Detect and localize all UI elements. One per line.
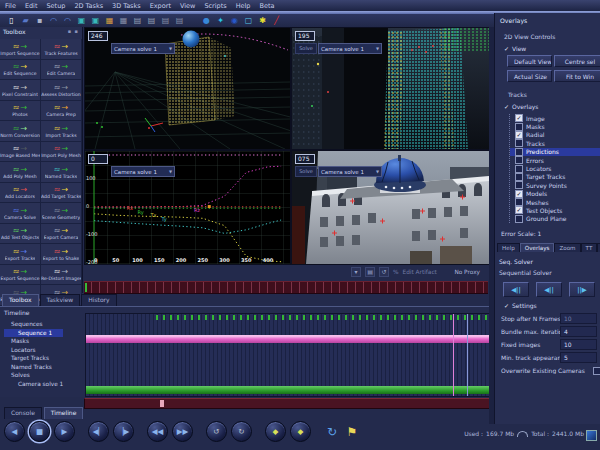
tool-re-distort-images[interactable]: ≈→Re-Distort Images [41,265,82,286]
timeline-node-sequence-1[interactable]: Sequence 1 [4,329,63,338]
overlay-item-test-objects[interactable]: ✓Test Objects [510,206,600,214]
tool-export-tracks[interactable]: ≈→Export Tracks [0,244,41,265]
fit-to-window-button[interactable]: Fit to Win [554,70,600,82]
stop-button[interactable]: ■ [29,421,50,442]
tool-named-tracks[interactable]: ≈→Named Tracks [41,162,82,183]
tool-image-based-mesh[interactable]: ≈→Image Based Mesh [0,142,41,163]
overlay-item-models[interactable]: ✓Models [510,190,600,198]
timeline-node-named-tracks[interactable]: Named Tracks [4,363,63,372]
timeline-node-masks[interactable]: Masks [4,337,63,346]
timeline-node-sequences[interactable]: Sequences [4,320,63,329]
play-reverse-button[interactable]: ◀ [4,421,25,442]
timeline-node-target-tracks[interactable]: Target Tracks [4,354,63,363]
no-proxy-button[interactable]: No Proxy [454,269,480,275]
overlay-checkbox-masks[interactable] [515,123,523,131]
playhead-marker[interactable] [85,283,87,292]
overlay-item-errors[interactable]: Errors [510,156,600,164]
overlay-item-ground-plane[interactable]: Ground Plane [510,215,600,223]
globe-icon[interactable]: ● [201,16,212,26]
overlay-checkbox-ground-plane[interactable] [515,215,523,223]
new-file-icon[interactable]: ▯ [6,16,17,26]
tracker-brackets-icon[interactable]: ▢ [243,16,254,26]
tool-norm-conversion[interactable]: ≈→Norm Conversion [0,121,41,142]
overlays-toggle[interactable]: ✓Overlays [495,98,600,110]
overlay-checkbox-locators[interactable] [515,165,523,173]
overlay-item-image[interactable]: ✓Image [510,114,600,122]
centre-selection-button[interactable]: Centre sel [554,55,600,67]
tool-export-sequence[interactable]: ≈→Export Sequence [0,265,41,286]
solve-refine-button[interactable]: ◀|| [536,282,562,297]
tool-edit-camera[interactable]: ≈→Edit Camera [41,60,82,81]
table2-icon[interactable]: ▤ [174,16,185,26]
tool-pixel-constraint[interactable]: ≈→Pixel Constraint [0,80,41,101]
overlay-checkbox-errors[interactable] [515,156,523,164]
param-value-field[interactable]: 10 [560,313,597,324]
loop-forward-button[interactable]: ↻ [231,421,252,442]
tab-overlays[interactable]: Overlays [520,243,555,252]
step-back-button[interactable]: ◀▏ [88,421,109,442]
viewport-graph[interactable]: RzRxRyTxTy1000-100-200050100150200250300… [84,150,291,265]
tracks-section-label[interactable]: Tracks [495,82,600,98]
tool-export-to-shake[interactable]: ≈→Export to Shake [41,244,82,265]
overlay-checkbox-meshes[interactable] [515,198,523,206]
overlay-item-locators[interactable]: Locators [510,164,600,172]
menu-item-file[interactable]: File [5,2,16,10]
tool-assess-distortion[interactable]: ≈→Assess Distortion [41,80,82,101]
tab-history[interactable]: History [81,294,116,306]
scroll-start-marker[interactable] [160,400,164,407]
solve-bar[interactable] [86,386,489,394]
tool-photos[interactable]: ≈→Photos [0,101,41,122]
bug-icon[interactable]: ✱ [257,16,268,26]
play-button[interactable]: ▶ [54,421,75,442]
viewport-pointcloud[interactable]: 195 Solve Camera solve 1 ▼ [291,27,490,150]
overlay-checkbox-survey-points[interactable] [515,181,523,189]
loop-mode-button[interactable]: ↻ [324,422,340,441]
panel-pin-close-icons[interactable]: ▪ ▪ [68,28,79,38]
tool-camera-prep[interactable]: ≈→Camera Prep [41,101,82,122]
stamp-3d-icon[interactable]: ▣ [90,16,101,26]
menu-item-3d-tasks[interactable]: 3D Tasks [112,2,141,10]
menu-item-help[interactable]: Help [236,2,251,10]
film-strip2-icon[interactable]: ▤ [146,16,157,26]
tool-add-test-objects[interactable]: ≈→Add Test Objects [0,224,41,245]
step-forward-button[interactable]: ▕▶ [113,421,134,442]
stamp-2d-icon[interactable]: ▣ [76,16,87,26]
trash-icon[interactable]: ▾ [351,267,361,277]
tab-help[interactable]: Help [497,243,520,252]
revert-icon[interactable]: ↺ [379,267,389,277]
tool-track-features[interactable]: ≈→Track Features [41,39,82,60]
tab-toolbox[interactable]: Toolbox [2,294,39,306]
tool-import-poly-mesh[interactable]: ≈→Import Poly Mesh [41,142,82,163]
settings-toggle[interactable]: ✓Settings [495,297,600,309]
overlay-checkbox-target-tracks[interactable] [515,173,523,181]
tool-edit-sequence[interactable]: ≈→Edit Sequence [0,60,41,81]
overlay-item-radial[interactable]: ✓Radial [510,131,600,139]
next-key-button[interactable]: ◆ [290,421,311,442]
camera-select-dropdown[interactable]: Camera solve 1 ▼ [111,43,175,54]
default-view-button[interactable]: Default View [507,55,552,67]
viewport-3d-wireframe[interactable]: 246 Camera solve 1 ▼ [84,27,291,150]
tab-console[interactable]: Console [4,407,42,419]
overlay-checkbox-tracks[interactable] [515,139,523,147]
param-value-field[interactable]: 5 [560,352,597,363]
tool-scene-geometry[interactable]: ≈→Scene Geometry [41,203,82,224]
menu-item-2d-tasks[interactable]: 2D Tasks [74,2,103,10]
prev-key-button[interactable]: ◆ [265,421,286,442]
overlay-item-target-tracks[interactable]: Target Tracks [510,173,600,181]
solve-step-forward-button[interactable]: ||▶ [569,282,595,297]
tab-zoom[interactable]: Zoom [554,243,580,252]
menu-item-edit[interactable]: Edit [25,2,38,10]
tab-taskview[interactable]: Taskview [40,294,81,306]
tool-add-target-tracks[interactable]: ≈→Add Target Tracks [41,183,82,204]
menu-item-export[interactable]: Export [150,2,171,10]
overlay-item-tracks[interactable]: Tracks [510,139,600,147]
overlay-checkbox-test-objects[interactable]: ✓ [515,206,523,214]
note-icon[interactable]: ▤ [365,267,375,277]
tool-add-poly-mesh[interactable]: ≈→Add Poly Mesh [0,162,41,183]
frame-ruler[interactable] [84,281,488,294]
table-icon[interactable]: ▤ [160,16,171,26]
timeline-node-locators[interactable]: Locators [4,346,63,355]
goto-start-button[interactable]: ◀◀ [147,421,168,442]
image-icon[interactable]: ▦ [104,16,115,26]
overlay-item-masks[interactable]: Masks [510,122,600,130]
